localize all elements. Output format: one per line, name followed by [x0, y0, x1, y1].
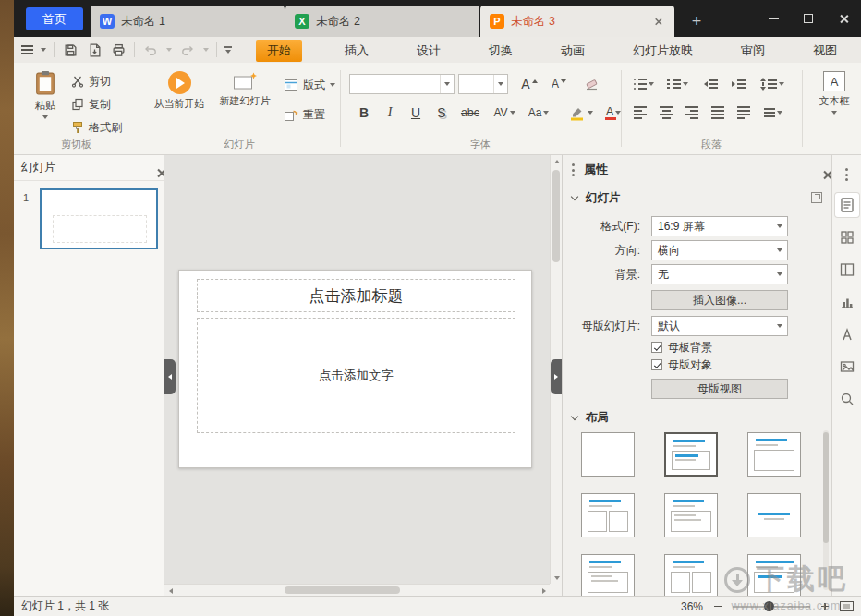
increase-indent-button[interactable] — [727, 73, 749, 95]
ribbon-tab-transitions[interactable]: 切换 — [483, 40, 518, 62]
collapse-properties-panel-handle[interactable] — [551, 359, 562, 394]
underline-button[interactable]: U — [404, 102, 428, 124]
save-icon[interactable] — [62, 42, 79, 58]
font-color-button[interactable]: A — [600, 102, 627, 124]
bold-button[interactable]: B — [352, 102, 376, 124]
new-tab-button[interactable]: + — [683, 7, 710, 35]
zoom-in-button[interactable] — [819, 600, 831, 613]
textbox-button[interactable]: A 文本框 — [812, 69, 856, 115]
slide-canvas[interactable]: 点击添加标题 点击添加文字 — [164, 155, 562, 596]
main-menu-icon[interactable] — [21, 45, 33, 54]
horizontal-scrollbar[interactable] — [164, 584, 550, 596]
body-placeholder[interactable]: 点击添加文字 — [197, 318, 515, 433]
orientation-caret-icon[interactable] — [772, 241, 787, 260]
home-button[interactable]: 首页 — [26, 7, 83, 30]
chart-panel-icon[interactable] — [835, 290, 859, 314]
title-placeholder[interactable]: 点击添加标题 — [197, 279, 515, 312]
print-icon[interactable] — [110, 42, 127, 58]
new-slide-button[interactable]: 新建幻灯片 — [213, 69, 276, 108]
align-center-button[interactable] — [655, 102, 677, 124]
ribbon-tab-home[interactable]: 开始 — [256, 40, 302, 62]
scroll-right-icon[interactable] — [538, 585, 550, 597]
justify-button[interactable] — [707, 102, 729, 124]
ribbon-tab-view[interactable]: 视图 — [807, 40, 843, 62]
maximize-button[interactable] — [791, 0, 826, 37]
layout-section-header[interactable]: 布局 — [563, 406, 831, 429]
layout-thumbnail-list-b[interactable] — [664, 554, 718, 596]
slide-layout-button[interactable]: 版式 — [284, 76, 335, 94]
format-select[interactable]: 16:9 屏幕 — [651, 216, 788, 236]
zoom-level[interactable]: 36% — [681, 600, 703, 613]
export-pdf-icon[interactable] — [86, 42, 103, 58]
undo-icon[interactable] — [142, 42, 159, 58]
line-spacing-button[interactable] — [757, 73, 788, 95]
format-painter-button[interactable]: 格式刷 — [71, 118, 122, 137]
zoom-slider[interactable] — [733, 606, 810, 608]
master-background-checkbox[interactable]: 母板背景 — [651, 340, 712, 355]
reset-slide-button[interactable]: 重置 — [284, 105, 325, 124]
close-button[interactable] — [826, 0, 861, 37]
find-panel-icon[interactable] — [835, 387, 859, 411]
layout-thumbnail-two-content[interactable] — [581, 493, 635, 537]
font-size-caret-icon[interactable] — [493, 75, 507, 93]
numbering-button[interactable] — [662, 73, 692, 95]
layout-thumbnail-title-only[interactable] — [747, 432, 801, 477]
slide-section-header[interactable]: 幻灯片 — [563, 187, 831, 209]
document-tab-spreadsheet[interactable]: X 未命名 2 — [285, 6, 479, 37]
change-case-button[interactable]: Aa — [524, 102, 553, 124]
redo-caret-icon[interactable] — [203, 48, 209, 52]
document-tab-writer[interactable]: W 未命名 1 — [91, 6, 285, 37]
bullets-button[interactable] — [629, 73, 659, 95]
main-menu-caret-icon[interactable] — [41, 48, 46, 52]
decrease-indent-button[interactable] — [699, 73, 722, 95]
align-right-button[interactable] — [681, 102, 703, 124]
redo-icon[interactable] — [179, 42, 196, 58]
copy-button[interactable]: 复制 — [71, 95, 111, 114]
zoom-out-button[interactable] — [711, 600, 724, 613]
layout-thumbnail-list-a[interactable] — [581, 554, 635, 596]
properties-panel-icon[interactable] — [835, 193, 859, 217]
font-size-combo[interactable] — [458, 74, 508, 94]
ribbon-tab-slideshow[interactable]: 幻灯片放映 — [627, 40, 698, 62]
text-shadow-button[interactable]: S — [430, 102, 454, 124]
master-caret-icon[interactable] — [772, 317, 787, 335]
ribbon-tab-design[interactable]: 设计 — [411, 40, 446, 62]
strikethrough-button[interactable]: abc — [455, 102, 485, 124]
checkbox-icon[interactable] — [651, 342, 662, 353]
orientation-select[interactable]: 横向 — [651, 240, 788, 260]
panel-menu-icon[interactable] — [845, 168, 848, 181]
layout-thumbnail-list-c[interactable] — [747, 554, 801, 596]
format-caret-icon[interactable] — [772, 217, 787, 236]
scroll-left-icon[interactable] — [164, 585, 176, 597]
undo-caret-icon[interactable] — [166, 48, 172, 52]
document-tab-presentation[interactable]: P 未命名 3 — [480, 6, 674, 37]
fit-slide-button[interactable] — [840, 601, 854, 611]
background-caret-icon[interactable] — [772, 265, 787, 284]
character-spacing-button[interactable]: AV — [489, 102, 520, 124]
cut-button[interactable]: 剪切 — [71, 72, 111, 91]
master-objects-checkbox[interactable]: 母版对象 — [651, 357, 712, 372]
horizontal-scroll-thumb[interactable] — [285, 586, 400, 594]
ribbon-tab-review[interactable]: 审阅 — [735, 40, 770, 62]
highlight-color-button[interactable] — [566, 102, 596, 124]
panel-drag-handle-icon[interactable] — [572, 163, 575, 176]
layout-thumbnail-centered-title[interactable] — [747, 493, 801, 537]
slide[interactable]: 点击添加标题 点击添加文字 — [178, 270, 532, 468]
distribute-button[interactable] — [733, 102, 755, 124]
customize-toolbar-icon[interactable] — [224, 46, 232, 54]
clear-format-button[interactable] — [579, 73, 603, 95]
zoom-slider-thumb[interactable] — [764, 601, 774, 611]
font-panel-icon[interactable] — [835, 322, 859, 346]
layout-thumbnail-content[interactable] — [664, 493, 718, 537]
ribbon-tab-animation[interactable]: 动画 — [555, 40, 590, 62]
popout-icon[interactable] — [811, 192, 822, 203]
font-name-caret-icon[interactable] — [440, 75, 454, 93]
align-left-button[interactable] — [629, 102, 651, 124]
layout-thumbnail-blank[interactable] — [581, 432, 635, 477]
master-view-button[interactable]: 母版视图 — [651, 379, 788, 399]
minimize-button[interactable] — [756, 0, 791, 37]
increase-font-button[interactable]: A — [517, 73, 541, 95]
italic-button[interactable]: I — [378, 102, 402, 124]
collapse-slides-panel-handle[interactable] — [164, 359, 176, 394]
checkbox-icon[interactable] — [651, 359, 662, 370]
